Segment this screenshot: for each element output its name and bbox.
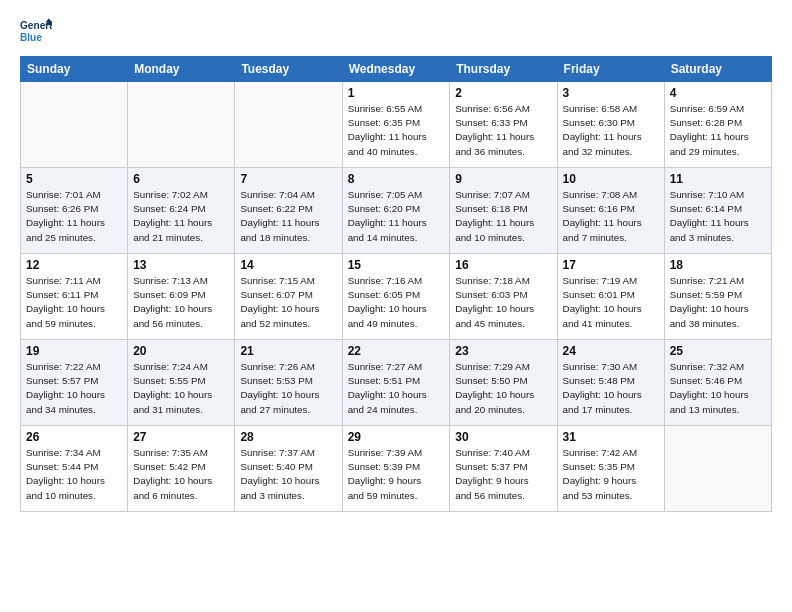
calendar-cell: 19Sunrise: 7:22 AM Sunset: 5:57 PM Dayli…: [21, 340, 128, 426]
day-number: 28: [240, 430, 336, 444]
week-row-3: 12Sunrise: 7:11 AM Sunset: 6:11 PM Dayli…: [21, 254, 772, 340]
day-number: 7: [240, 172, 336, 186]
calendar-cell: 27Sunrise: 7:35 AM Sunset: 5:42 PM Dayli…: [128, 426, 235, 512]
day-info: Sunrise: 7:27 AM Sunset: 5:51 PM Dayligh…: [348, 360, 445, 417]
weekday-header-wednesday: Wednesday: [342, 57, 450, 82]
day-number: 4: [670, 86, 766, 100]
day-info: Sunrise: 7:08 AM Sunset: 6:16 PM Dayligh…: [563, 188, 659, 245]
calendar-cell: 22Sunrise: 7:27 AM Sunset: 5:51 PM Dayli…: [342, 340, 450, 426]
week-row-5: 26Sunrise: 7:34 AM Sunset: 5:44 PM Dayli…: [21, 426, 772, 512]
calendar-cell: 3Sunrise: 6:58 AM Sunset: 6:30 PM Daylig…: [557, 82, 664, 168]
calendar-cell: 1Sunrise: 6:55 AM Sunset: 6:35 PM Daylig…: [342, 82, 450, 168]
day-number: 25: [670, 344, 766, 358]
day-number: 1: [348, 86, 445, 100]
day-number: 30: [455, 430, 551, 444]
day-number: 20: [133, 344, 229, 358]
day-info: Sunrise: 7:07 AM Sunset: 6:18 PM Dayligh…: [455, 188, 551, 245]
logo: General Blue: [20, 18, 52, 46]
weekday-header-tuesday: Tuesday: [235, 57, 342, 82]
day-info: Sunrise: 7:35 AM Sunset: 5:42 PM Dayligh…: [133, 446, 229, 503]
day-info: Sunrise: 6:58 AM Sunset: 6:30 PM Dayligh…: [563, 102, 659, 159]
day-number: 31: [563, 430, 659, 444]
day-info: Sunrise: 7:04 AM Sunset: 6:22 PM Dayligh…: [240, 188, 336, 245]
day-info: Sunrise: 7:34 AM Sunset: 5:44 PM Dayligh…: [26, 446, 122, 503]
day-info: Sunrise: 6:55 AM Sunset: 6:35 PM Dayligh…: [348, 102, 445, 159]
day-number: 17: [563, 258, 659, 272]
day-number: 29: [348, 430, 445, 444]
week-row-2: 5Sunrise: 7:01 AM Sunset: 6:26 PM Daylig…: [21, 168, 772, 254]
day-number: 21: [240, 344, 336, 358]
calendar-cell: 16Sunrise: 7:18 AM Sunset: 6:03 PM Dayli…: [450, 254, 557, 340]
day-number: 14: [240, 258, 336, 272]
day-number: 3: [563, 86, 659, 100]
day-number: 11: [670, 172, 766, 186]
weekday-header-thursday: Thursday: [450, 57, 557, 82]
day-number: 16: [455, 258, 551, 272]
calendar-cell: 29Sunrise: 7:39 AM Sunset: 5:39 PM Dayli…: [342, 426, 450, 512]
calendar-cell: 12Sunrise: 7:11 AM Sunset: 6:11 PM Dayli…: [21, 254, 128, 340]
calendar-cell: 9Sunrise: 7:07 AM Sunset: 6:18 PM Daylig…: [450, 168, 557, 254]
day-number: 26: [26, 430, 122, 444]
day-info: Sunrise: 7:02 AM Sunset: 6:24 PM Dayligh…: [133, 188, 229, 245]
day-info: Sunrise: 7:39 AM Sunset: 5:39 PM Dayligh…: [348, 446, 445, 503]
day-number: 24: [563, 344, 659, 358]
day-info: Sunrise: 7:16 AM Sunset: 6:05 PM Dayligh…: [348, 274, 445, 331]
calendar-cell: 17Sunrise: 7:19 AM Sunset: 6:01 PM Dayli…: [557, 254, 664, 340]
calendar-cell: 8Sunrise: 7:05 AM Sunset: 6:20 PM Daylig…: [342, 168, 450, 254]
calendar-cell: 7Sunrise: 7:04 AM Sunset: 6:22 PM Daylig…: [235, 168, 342, 254]
calendar-cell: 31Sunrise: 7:42 AM Sunset: 5:35 PM Dayli…: [557, 426, 664, 512]
day-number: 19: [26, 344, 122, 358]
weekday-header-sunday: Sunday: [21, 57, 128, 82]
calendar-cell: 18Sunrise: 7:21 AM Sunset: 5:59 PM Dayli…: [664, 254, 771, 340]
day-info: Sunrise: 7:29 AM Sunset: 5:50 PM Dayligh…: [455, 360, 551, 417]
calendar-cell: 10Sunrise: 7:08 AM Sunset: 6:16 PM Dayli…: [557, 168, 664, 254]
calendar-cell: 13Sunrise: 7:13 AM Sunset: 6:09 PM Dayli…: [128, 254, 235, 340]
day-number: 2: [455, 86, 551, 100]
calendar-cell: 28Sunrise: 7:37 AM Sunset: 5:40 PM Dayli…: [235, 426, 342, 512]
day-info: Sunrise: 7:15 AM Sunset: 6:07 PM Dayligh…: [240, 274, 336, 331]
week-row-1: 1Sunrise: 6:55 AM Sunset: 6:35 PM Daylig…: [21, 82, 772, 168]
calendar-cell: [128, 82, 235, 168]
weekday-header-saturday: Saturday: [664, 57, 771, 82]
calendar-cell: 4Sunrise: 6:59 AM Sunset: 6:28 PM Daylig…: [664, 82, 771, 168]
day-number: 9: [455, 172, 551, 186]
svg-text:Blue: Blue: [20, 32, 42, 43]
calendar-cell: 20Sunrise: 7:24 AM Sunset: 5:55 PM Dayli…: [128, 340, 235, 426]
calendar-cell: 2Sunrise: 6:56 AM Sunset: 6:33 PM Daylig…: [450, 82, 557, 168]
header: General Blue: [20, 18, 772, 46]
day-info: Sunrise: 7:05 AM Sunset: 6:20 PM Dayligh…: [348, 188, 445, 245]
weekday-header-row: SundayMondayTuesdayWednesdayThursdayFrid…: [21, 57, 772, 82]
calendar-cell: 23Sunrise: 7:29 AM Sunset: 5:50 PM Dayli…: [450, 340, 557, 426]
calendar-cell: [21, 82, 128, 168]
day-info: Sunrise: 7:13 AM Sunset: 6:09 PM Dayligh…: [133, 274, 229, 331]
calendar-cell: 30Sunrise: 7:40 AM Sunset: 5:37 PM Dayli…: [450, 426, 557, 512]
day-info: Sunrise: 7:37 AM Sunset: 5:40 PM Dayligh…: [240, 446, 336, 503]
day-number: 23: [455, 344, 551, 358]
day-number: 15: [348, 258, 445, 272]
day-number: 6: [133, 172, 229, 186]
week-row-4: 19Sunrise: 7:22 AM Sunset: 5:57 PM Dayli…: [21, 340, 772, 426]
day-info: Sunrise: 7:30 AM Sunset: 5:48 PM Dayligh…: [563, 360, 659, 417]
day-info: Sunrise: 7:22 AM Sunset: 5:57 PM Dayligh…: [26, 360, 122, 417]
day-info: Sunrise: 7:11 AM Sunset: 6:11 PM Dayligh…: [26, 274, 122, 331]
calendar-cell: 26Sunrise: 7:34 AM Sunset: 5:44 PM Dayli…: [21, 426, 128, 512]
day-number: 27: [133, 430, 229, 444]
calendar-cell: [664, 426, 771, 512]
day-number: 13: [133, 258, 229, 272]
day-info: Sunrise: 7:42 AM Sunset: 5:35 PM Dayligh…: [563, 446, 659, 503]
calendar-cell: 5Sunrise: 7:01 AM Sunset: 6:26 PM Daylig…: [21, 168, 128, 254]
day-number: 22: [348, 344, 445, 358]
calendar: SundayMondayTuesdayWednesdayThursdayFrid…: [20, 56, 772, 512]
day-info: Sunrise: 7:10 AM Sunset: 6:14 PM Dayligh…: [670, 188, 766, 245]
day-info: Sunrise: 6:56 AM Sunset: 6:33 PM Dayligh…: [455, 102, 551, 159]
day-info: Sunrise: 7:01 AM Sunset: 6:26 PM Dayligh…: [26, 188, 122, 245]
calendar-cell: 14Sunrise: 7:15 AM Sunset: 6:07 PM Dayli…: [235, 254, 342, 340]
weekday-header-monday: Monday: [128, 57, 235, 82]
logo-icon: General Blue: [20, 18, 52, 46]
day-info: Sunrise: 6:59 AM Sunset: 6:28 PM Dayligh…: [670, 102, 766, 159]
day-number: 8: [348, 172, 445, 186]
day-info: Sunrise: 7:40 AM Sunset: 5:37 PM Dayligh…: [455, 446, 551, 503]
day-info: Sunrise: 7:19 AM Sunset: 6:01 PM Dayligh…: [563, 274, 659, 331]
calendar-cell: 21Sunrise: 7:26 AM Sunset: 5:53 PM Dayli…: [235, 340, 342, 426]
day-info: Sunrise: 7:18 AM Sunset: 6:03 PM Dayligh…: [455, 274, 551, 331]
